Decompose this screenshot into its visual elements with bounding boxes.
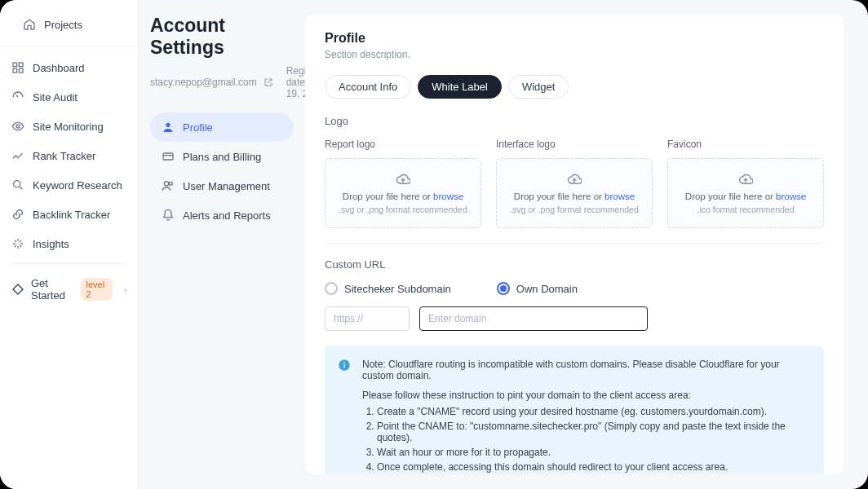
sidebar-item-label: Dashboard: [33, 62, 85, 74]
sidebar-projects[interactable]: Projects: [11, 10, 126, 39]
upload-icon: [396, 172, 410, 187]
protocol-input[interactable]: [325, 306, 410, 331]
sparkle-icon: [11, 237, 24, 250]
sidebar-separator: [11, 263, 126, 264]
subnav-user-management[interactable]: User Management: [150, 171, 294, 200]
section-divider: [325, 243, 824, 244]
sidebar-dashboard[interactable]: Dashboard: [0, 53, 138, 82]
subnav-label: Plans and Billing: [183, 151, 261, 163]
radio-selected-icon: [497, 282, 510, 295]
domain-input[interactable]: [419, 306, 648, 331]
subnav-label: User Management: [183, 180, 270, 192]
profile-panel: Profile Section description. Account Inf…: [305, 15, 844, 474]
note-intro: Please follow these instruction to pint …: [362, 390, 809, 401]
note-heading: Note: Cloudflare routing is incompatible…: [362, 359, 809, 381]
drop-text: Drop your file here or browse: [685, 192, 806, 201]
drop-text: Drop your file here or browse: [343, 192, 463, 201]
diamond-icon: [11, 283, 24, 296]
drop-hint: .svg or .png format recommended: [339, 205, 467, 214]
bell-icon: [162, 209, 175, 222]
primary-sidebar: Projects Dashboard Site Audit Site Monit…: [0, 0, 139, 489]
sidebar-insights[interactable]: Insights: [0, 229, 138, 258]
report-logo-dropzone[interactable]: Drop your file here or browse .svg or .p…: [325, 158, 481, 228]
sidebar-item-label: Keyword Research: [33, 179, 122, 192]
sidebar-site-audit[interactable]: Site Audit: [0, 82, 138, 112]
settings-subnav: Profile Plans and Billing User Managemen…: [150, 112, 294, 230]
sidebar-backlink-tracker[interactable]: Backlink Tracker: [0, 200, 138, 229]
card-icon: [162, 150, 175, 163]
note-step: Create a "CNAME" record using your desir…: [377, 406, 809, 417]
svg-rect-7: [163, 153, 173, 160]
svg-point-4: [16, 125, 20, 128]
radio-label: Sitecheker Subdomain: [344, 283, 451, 295]
sidebar-site-monitoring[interactable]: Site Monitoring: [0, 112, 138, 141]
svg-rect-11: [343, 364, 344, 368]
page-title: Account Settings: [150, 15, 294, 59]
users-icon: [162, 179, 175, 192]
subnav-label: Profile: [183, 121, 213, 134]
browse-link[interactable]: browse: [776, 192, 806, 201]
note-step: Point the CNAME to: "customname.sitechec…: [377, 421, 809, 443]
sidebar-rank-tracker[interactable]: Rank Tracker: [0, 141, 138, 170]
sidebar-footer-label: Get Started: [31, 277, 74, 302]
radio-label: Own Domain: [516, 283, 578, 295]
chevron-right-icon: ›: [124, 285, 126, 294]
subnav-profile[interactable]: Profile: [150, 112, 294, 142]
sidebar-item-label: Site Audit: [33, 91, 78, 104]
browse-link[interactable]: browse: [433, 192, 463, 201]
svg-point-8: [164, 182, 168, 186]
tab-widget[interactable]: Widget: [508, 75, 569, 99]
sidebar-item-label: Site Monitoring: [33, 121, 104, 133]
browse-link[interactable]: browse: [604, 192, 635, 201]
svg-point-5: [14, 181, 20, 187]
interface-logo-dropzone[interactable]: Drop your file here or browse .svg or .p…: [496, 158, 653, 228]
cloudflare-note: Note: Cloudflare routing is incompatible…: [325, 346, 824, 474]
sidebar-item-label: Backlink Tracker: [33, 209, 110, 221]
level-badge: level 2: [81, 278, 113, 301]
sidebar-get-started[interactable]: Get Started level 2 ›: [0, 269, 138, 310]
profile-tabs: Account Info White Label Widget: [325, 75, 824, 99]
upload-icon: [738, 172, 753, 187]
sidebar-item-label: Rank Tracker: [33, 150, 95, 162]
report-logo-label: Report logo: [325, 139, 481, 150]
info-icon: [338, 359, 351, 372]
drop-hint: .ico format recommended: [697, 205, 794, 214]
note-step: Wait an hour or more for it to propagate…: [377, 447, 809, 458]
svg-rect-12: [343, 362, 344, 363]
panel-description: Section description.: [325, 49, 824, 60]
subnav-plans-billing[interactable]: Plans and Billing: [150, 142, 294, 171]
radio-own-domain[interactable]: Own Domain: [497, 282, 578, 295]
svg-rect-1: [19, 63, 23, 67]
link-icon: [11, 208, 24, 221]
dashboard-icon: [11, 61, 24, 74]
panel-heading: Profile: [325, 31, 824, 46]
account-email: stacy.nepop@gmail.com: [150, 77, 257, 88]
gauge-icon: [11, 90, 24, 104]
house-icon: [23, 18, 36, 31]
radio-unselected-icon: [325, 282, 338, 295]
sidebar-keyword-research[interactable]: Keyword Research: [0, 170, 138, 200]
subnav-label: Alerts and Reports: [183, 209, 271, 222]
note-step: Once complete, accessing this domain sho…: [377, 461, 809, 473]
svg-point-6: [166, 123, 170, 127]
trend-icon: [11, 149, 24, 162]
user-icon: [162, 121, 175, 134]
sidebar-item-label: Insights: [33, 238, 69, 250]
svg-point-9: [169, 182, 172, 185]
external-link-icon[interactable]: [264, 77, 273, 87]
svg-rect-0: [13, 63, 17, 67]
drop-hint: .svg or .png format recommended: [510, 205, 639, 214]
svg-rect-2: [13, 68, 17, 73]
search-icon: [11, 178, 24, 192]
subnav-alerts-reports[interactable]: Alerts and Reports: [150, 200, 294, 230]
account-meta: stacy.nepop@gmail.com Registration date:…: [150, 65, 294, 99]
tab-account-info[interactable]: Account Info: [325, 75, 411, 99]
upload-icon: [567, 172, 582, 187]
favicon-dropzone[interactable]: Drop your file here or browse .ico forma…: [667, 158, 824, 228]
radio-sitechecker-subdomain[interactable]: Sitecheker Subdomain: [325, 282, 451, 295]
custom-url-label: Custom URL: [325, 258, 824, 271]
tab-white-label[interactable]: White Label: [418, 75, 502, 99]
sidebar-projects-label: Projects: [44, 19, 82, 31]
interface-logo-label: Interface logo: [496, 139, 653, 150]
favicon-label: Favicon: [667, 139, 824, 150]
